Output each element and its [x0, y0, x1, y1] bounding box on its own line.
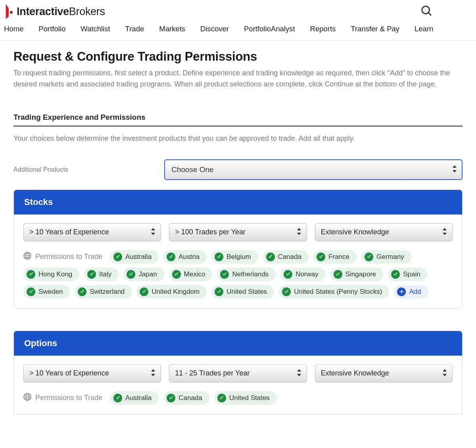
country-chip-label: Hong Kong	[38, 270, 72, 278]
check-icon	[78, 287, 86, 296]
panel-body: > 10 Years of Experience11 - 25 Trades p…	[14, 356, 462, 414]
content: Request & Configure Trading Permissions …	[0, 41, 476, 431]
experience-select[interactable]: > 10 Years of Experience	[23, 223, 161, 241]
globe-icon	[23, 252, 31, 262]
country-chip-label: United States	[229, 394, 270, 402]
check-icon	[167, 394, 175, 402]
country-chip[interactable]: Japan	[123, 268, 164, 281]
country-chip-label: Austria	[178, 253, 200, 261]
country-chip-label: Singapore	[345, 270, 376, 278]
country-chip[interactable]: Germany	[361, 250, 411, 264]
product-panel: Stocks> 10 Years of Experience> 100 Trad…	[13, 190, 463, 308]
country-chip-label: United Kingdom	[152, 288, 200, 296]
nav-home[interactable]: Home	[4, 25, 23, 33]
country-chip-label: Australia	[125, 253, 152, 261]
check-icon	[215, 287, 223, 296]
check-icon	[220, 270, 229, 279]
country-chip[interactable]: United States	[211, 285, 274, 299]
country-chip[interactable]: Norway	[280, 268, 326, 281]
country-chip-label: Italy	[99, 270, 111, 278]
main-nav: Home Portfolio Watchlist Trade Markets D…	[0, 20, 476, 41]
check-icon	[27, 270, 35, 279]
header: InteractiveBrokers	[0, 0, 476, 20]
nav-learn[interactable]: Learn	[415, 25, 433, 33]
check-icon	[113, 253, 122, 261]
nav-reports[interactable]: Reports	[310, 25, 336, 33]
check-icon	[217, 394, 226, 402]
additional-products-row: Additional Products Choose One	[13, 159, 463, 180]
nav-watchlist[interactable]: Watchlist	[81, 25, 110, 33]
country-chip-label: Norway	[296, 270, 319, 278]
svg-point-0	[10, 11, 13, 14]
section-title: Trading Experience and Permissions	[13, 113, 463, 126]
country-chip-label: United States (Penny Stocks)	[294, 288, 382, 296]
add-label: Add	[409, 288, 421, 296]
page-description: To request trading permissions, first se…	[13, 68, 463, 90]
country-chip[interactable]: Austria	[163, 250, 207, 264]
country-chip-label: France	[328, 253, 349, 261]
check-icon	[127, 270, 135, 279]
permissions-label: Permissions to Trade	[23, 393, 102, 403]
country-chip-label: Spain	[403, 270, 420, 278]
country-chip[interactable]: Singapore	[330, 268, 384, 281]
knowledge-select[interactable]: Extensive Knowledge	[315, 364, 453, 383]
brand-name: InteractiveBrokers	[17, 6, 105, 18]
country-chip[interactable]: France	[313, 250, 357, 264]
plus-icon	[397, 287, 406, 296]
nav-markets[interactable]: Markets	[159, 25, 185, 33]
check-icon	[284, 270, 292, 279]
country-chip-label: Germany	[376, 253, 404, 261]
trades-select[interactable]: 11 - 25 Trades per Year	[169, 364, 307, 383]
page-title: Request & Configure Trading Permissions	[13, 50, 463, 64]
section-description: Your choices below determine the investm…	[13, 134, 463, 143]
country-chip[interactable]: Australia	[110, 391, 159, 405]
nav-discover[interactable]: Discover	[200, 25, 229, 33]
check-icon	[391, 270, 400, 279]
country-chip[interactable]: United States	[214, 391, 277, 405]
country-chip[interactable]: Canada	[263, 250, 309, 264]
check-icon	[215, 253, 223, 261]
country-chip[interactable]: Switzerland	[75, 285, 132, 299]
panel-header: Stocks	[14, 190, 462, 214]
trades-select[interactable]: > 100 Trades per Year	[169, 223, 307, 241]
country-chip-label: Mexico	[184, 270, 205, 278]
country-chip[interactable]: Hong Kong	[23, 268, 79, 281]
additional-products-select[interactable]: Choose One	[164, 159, 463, 180]
check-icon	[87, 270, 96, 279]
check-icon	[365, 253, 373, 261]
country-chip-label: Japan	[138, 270, 157, 278]
experience-select[interactable]: > 10 Years of Experience	[23, 364, 161, 383]
country-chip[interactable]: Canada	[163, 391, 209, 405]
country-chip-label: United States	[226, 288, 267, 296]
country-chip-label: Sweden	[38, 288, 63, 296]
country-chip[interactable]: United States (Penny Stocks)	[279, 285, 389, 299]
svg-line-2	[428, 13, 431, 15]
check-icon	[317, 253, 325, 261]
nav-transfer-pay[interactable]: Transfer & Pay	[351, 25, 399, 33]
country-chip[interactable]: Italy	[84, 268, 119, 281]
check-icon	[282, 287, 291, 296]
country-chip[interactable]: Netherlands	[217, 268, 276, 281]
check-icon	[172, 270, 181, 279]
knowledge-select[interactable]: Extensive Knowledge	[315, 223, 453, 241]
nav-trade[interactable]: Trade	[125, 25, 144, 33]
additional-products-label: Additional Products	[13, 166, 156, 173]
country-chip-label: Australia	[125, 394, 152, 402]
globe-icon	[23, 393, 31, 403]
nav-portfolio[interactable]: Portfolio	[38, 25, 65, 33]
country-chip[interactable]: Spain	[388, 268, 427, 281]
search-icon[interactable]	[420, 5, 472, 18]
check-icon	[113, 394, 122, 402]
check-icon	[167, 253, 175, 261]
country-chip[interactable]: Mexico	[169, 268, 213, 281]
country-chip[interactable]: Sweden	[23, 285, 70, 299]
add-country-button[interactable]: Add	[394, 285, 428, 299]
country-chip[interactable]: United Kingdom	[136, 285, 207, 299]
country-chip[interactable]: Australia	[110, 250, 159, 264]
country-chip[interactable]: Belgium	[211, 250, 258, 264]
check-icon	[27, 287, 35, 296]
nav-portfolioanalyst[interactable]: PortfolioAnalyst	[244, 25, 295, 33]
brand-logo[interactable]: InteractiveBrokers	[4, 4, 105, 19]
country-chip-label: Netherlands	[232, 270, 269, 278]
permissions-row: Permissions to TradeAustraliaAustriaBelg…	[23, 250, 453, 299]
